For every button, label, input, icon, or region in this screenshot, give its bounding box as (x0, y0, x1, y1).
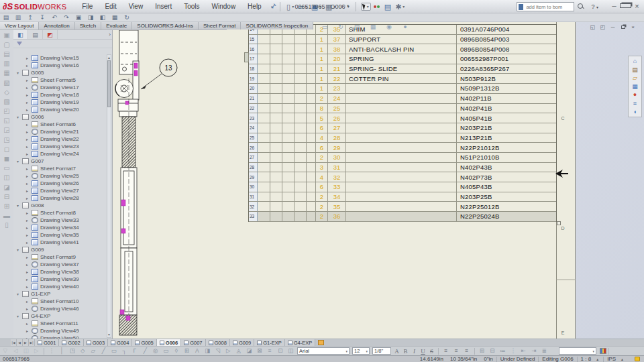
left-toolbar-icon[interactable]: ◰ (3, 107, 11, 115)
bom-cell[interactable] (270, 153, 282, 162)
bom-description-cell[interactable] (346, 94, 457, 103)
tree-item[interactable]: Drawing View41 (13, 239, 107, 246)
toolbar-icon[interactable]: ◧ (97, 13, 109, 21)
bom-item-cell[interactable]: 22 (328, 74, 346, 83)
bom-description-cell[interactable] (346, 182, 457, 192)
bom-cell[interactable] (294, 133, 307, 143)
bom-cell[interactable] (307, 163, 316, 172)
menu-item[interactable]: File (76, 0, 99, 13)
layer-properties-icon[interactable] (600, 348, 606, 354)
left-toolbar-icon[interactable]: ▭ (3, 164, 11, 172)
bold-button[interactable]: B (401, 348, 410, 355)
appearances-icon[interactable]: ● (633, 90, 637, 99)
command-tab[interactable]: Annotation (39, 22, 74, 29)
bom-cell[interactable] (294, 202, 307, 211)
bom-row[interactable]: 29 4 32 N402P73B (249, 172, 556, 182)
minimize-button[interactable]: ─ (608, 1, 620, 11)
bom-description-cell[interactable] (346, 153, 457, 162)
tree-item[interactable]: G1-EXP (13, 290, 107, 298)
bom-cell[interactable] (307, 113, 316, 123)
expand-arrow-icon[interactable] (26, 284, 32, 289)
bom-qty-cell[interactable]: 1 (316, 35, 328, 44)
toolbar-icon[interactable]: ╱ (140, 347, 151, 355)
toolbar-icon[interactable]: ▣ (72, 13, 85, 21)
bom-cell[interactable] (307, 54, 316, 64)
view-tool-icon[interactable]: ◉ (381, 23, 397, 30)
toolbar-icon[interactable]: ⊠ (254, 347, 265, 355)
bom-row[interactable]: 30 6 33 N405P43B (249, 182, 556, 192)
toolbar-icon[interactable]: ◳ (67, 347, 78, 355)
bom-description-cell[interactable] (346, 113, 457, 123)
sheet-nav-button[interactable]: ▶| (29, 339, 35, 346)
toolbar-icon[interactable]: ▷ (32, 347, 42, 355)
toolbar-icon[interactable]: ╱ (99, 347, 109, 355)
bom-cell[interactable] (294, 64, 307, 74)
bom-cell[interactable] (258, 192, 270, 202)
bom-row[interactable]: 25 4 28 N213P21B (249, 133, 556, 143)
expand-arrow-icon[interactable] (17, 115, 22, 119)
scrollbar-thumb[interactable] (107, 60, 111, 107)
configuration-tab[interactable]: ◩ (43, 30, 58, 39)
bom-qty-cell[interactable]: 8 (316, 104, 328, 113)
tree-item[interactable]: G006 (13, 113, 107, 121)
bom-row-number[interactable]: 20 (249, 84, 258, 93)
expand-arrow-icon[interactable] (26, 56, 32, 60)
expand-arrow-icon[interactable] (26, 188, 32, 193)
view-tool-icon[interactable]: ▭ (317, 23, 333, 30)
tree-item[interactable]: Sheet Format10 (13, 298, 107, 305)
bom-cell[interactable] (270, 192, 282, 202)
tree-item[interactable]: G007 (13, 158, 107, 165)
property-manager-tab[interactable]: ▤ (28, 30, 43, 39)
chevron-up-icon[interactable]: ▲ (596, 357, 599, 361)
left-toolbar-icon[interactable]: ▧ (3, 78, 11, 87)
bom-cell[interactable] (282, 163, 294, 172)
help-button[interactable]: ? ▾ (591, 3, 598, 10)
command-tab[interactable]: View Layout (0, 22, 39, 29)
bom-row-number[interactable]: 17 (249, 54, 258, 64)
filter-icon[interactable] (17, 42, 22, 46)
bom-item-cell[interactable]: 27 (328, 123, 346, 133)
bom-part-number-cell[interactable]: N405P43B (457, 182, 556, 192)
sheet-tab[interactable]: G004 (108, 339, 132, 346)
bom-cell[interactable] (294, 123, 307, 133)
view-palette-icon[interactable]: ▦ (632, 82, 638, 91)
tree-item[interactable]: Drawing View20 (13, 106, 107, 113)
expand-arrow-icon[interactable] (17, 314, 22, 318)
left-toolbar-icon[interactable]: ▤ (3, 50, 11, 58)
tree-item[interactable]: Drawing View26 (13, 180, 107, 187)
left-toolbar-icon[interactable]: ◻ (3, 145, 11, 154)
bom-cell[interactable] (282, 113, 294, 123)
bom-row[interactable]: 22 8 25 N402P41B (249, 104, 556, 114)
menu-item[interactable]: Tools (178, 0, 205, 13)
expand-arrow-icon[interactable] (17, 247, 22, 252)
tree-item[interactable]: Drawing View19 (13, 99, 107, 106)
bom-cell[interactable] (258, 182, 270, 192)
bom-qty-cell[interactable]: 6 (316, 182, 328, 192)
expand-arrow-icon[interactable] (26, 137, 32, 141)
bom-part-number-cell[interactable]: N503P912B (457, 74, 556, 83)
tree-item[interactable]: Drawing View17 (13, 84, 107, 91)
sheet-tab[interactable]: G001 (35, 339, 59, 346)
toolbar-icon[interactable]: ◁ (11, 347, 21, 355)
bom-cell[interactable] (258, 104, 270, 113)
command-tab[interactable]: Sheet Format (199, 22, 241, 29)
bom-row[interactable]: 21 2 24 N402P11B (249, 94, 556, 104)
bom-item-cell[interactable]: 30 (328, 153, 346, 162)
toolbar-icon[interactable]: ◹ (213, 347, 223, 355)
bom-cell[interactable] (270, 35, 282, 44)
underline-button[interactable]: U (419, 348, 427, 355)
bom-item-cell[interactable]: 20 (328, 54, 346, 64)
expand-arrow-icon[interactable] (26, 218, 32, 223)
bom-cell[interactable] (307, 153, 316, 162)
bom-cell[interactable] (270, 113, 282, 123)
tree-item[interactable]: Sheet Format6 (13, 121, 107, 128)
expand-arrow-icon[interactable] (26, 93, 32, 97)
toolbar-icon[interactable]: ▽ (0, 347, 11, 355)
tree-item[interactable]: Drawing View33 (13, 217, 107, 224)
bom-row[interactable]: 16 1 38 ANTI-BACKLASH PIN 0896B0854P008 (249, 44, 556, 54)
bom-part-number-cell[interactable]: N22P25024B (457, 212, 556, 221)
left-toolbar-icon[interactable]: ◪ (3, 183, 11, 192)
bom-cell[interactable] (270, 94, 282, 103)
bom-cell[interactable] (258, 143, 270, 152)
bom-cell[interactable] (294, 74, 307, 83)
